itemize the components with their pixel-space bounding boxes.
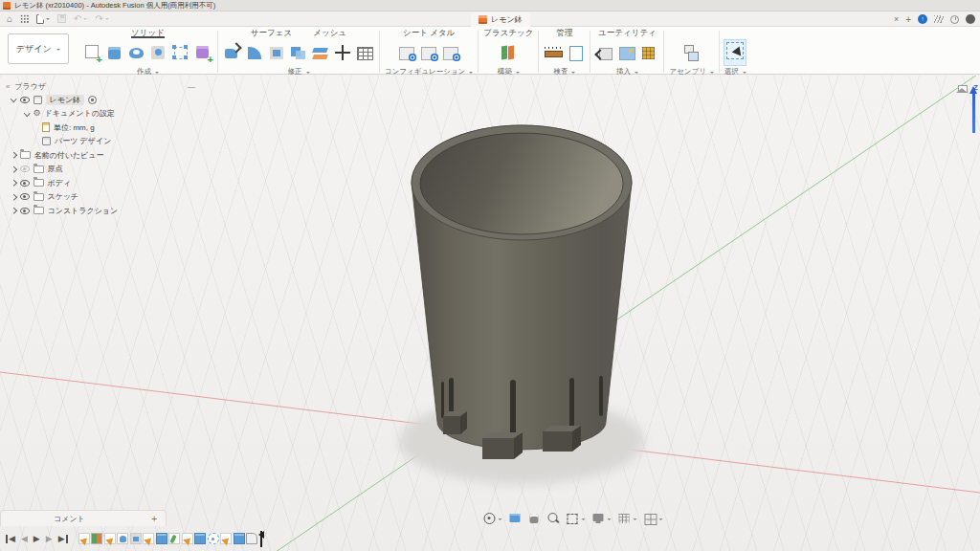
change-parameters-icon[interactable]	[355, 43, 374, 62]
tab-sheet-metal[interactable]: シート メタル	[403, 27, 455, 38]
collapse-panel-icon[interactable]: ‹‹	[6, 82, 9, 91]
timeline-pattern-feature-icon[interactable]	[208, 533, 219, 544]
create-form-icon[interactable]	[193, 43, 212, 62]
timeline-shell-feature-icon[interactable]	[130, 533, 142, 544]
browser-row-origin[interactable]: 原点	[0, 163, 203, 177]
offset-face-icon[interactable]	[311, 43, 330, 62]
combine-icon[interactable]	[289, 43, 308, 62]
insert-derive-icon[interactable]	[595, 43, 614, 62]
tab-surface[interactable]: サーフェス	[251, 27, 292, 38]
look-at-tool[interactable]	[508, 513, 521, 524]
browser-row-bodies[interactable]: ボディ	[0, 176, 203, 190]
activate-component-icon[interactable]	[88, 96, 97, 104]
tab-plastic[interactable]: プラスチック	[483, 27, 533, 38]
row-label[interactable]: 名前の付いたビュー	[34, 150, 104, 161]
play-icon[interactable]: ▶	[33, 535, 40, 543]
row-label[interactable]: ドキュメントの設定	[45, 108, 115, 119]
browser-row-parts-design[interactable]: パーツ デザイン	[0, 135, 203, 149]
viewport-3d[interactable]: Z ‹‹ ブラウザ — レモン鉢 ⚙ ドキュメントの設定	[0, 76, 980, 551]
section-analysis-icon[interactable]	[566, 43, 585, 62]
tab-manage[interactable]: 管理	[556, 27, 572, 38]
browser-row-units[interactable]: 単位: mm, g	[0, 121, 203, 135]
row-label[interactable]: コンストラクション	[48, 206, 119, 216]
file-menu-icon[interactable]	[36, 14, 50, 24]
hole-icon[interactable]	[149, 43, 168, 62]
fillet-icon[interactable]	[245, 43, 264, 62]
chevron-collapsed-icon[interactable]	[11, 166, 16, 172]
step-back-icon[interactable]: ◀	[21, 535, 28, 543]
browser-header[interactable]: ‹‹ ブラウザ —	[0, 79, 203, 93]
go-to-end-icon[interactable]: ▶	[58, 535, 65, 543]
named-configuration-icon[interactable]	[441, 43, 460, 62]
browser-row-root[interactable]: レモン鉢	[0, 93, 203, 107]
revolve-icon[interactable]	[127, 43, 146, 62]
visibility-eye-icon[interactable]	[20, 208, 30, 214]
save-icon[interactable]	[57, 14, 66, 23]
timeline-sketch-feature-icon[interactable]	[220, 533, 232, 544]
insert-canvas-icon[interactable]	[617, 43, 636, 62]
close-tab-icon[interactable]: ×	[894, 14, 899, 24]
timeline-plane-feature-icon[interactable]	[91, 533, 102, 544]
extensions-icon[interactable]	[934, 15, 944, 23]
row-label[interactable]: 単位: mm, g	[54, 122, 95, 133]
go-to-start-icon[interactable]: ◀	[9, 535, 15, 543]
timeline-sketch-feature-icon[interactable]	[104, 533, 116, 544]
timeline-revolve-feature-icon[interactable]	[117, 533, 128, 544]
select-tool-icon[interactable]	[724, 40, 746, 61]
visibility-eye-off-icon[interactable]	[20, 165, 30, 172]
create-sketch-icon[interactable]	[83, 43, 102, 62]
zoom-window-tool[interactable]	[566, 513, 585, 524]
add-comment-icon[interactable]: +	[151, 514, 157, 524]
visibility-eye-icon[interactable]	[20, 97, 30, 103]
orbit-tool[interactable]	[482, 513, 501, 524]
tab-utilities[interactable]: ユーティリティ	[598, 27, 657, 38]
press-pull-icon[interactable]	[223, 43, 242, 62]
timeline-position-marker[interactable]	[260, 531, 262, 547]
new-tab-icon[interactable]: +	[905, 14, 911, 25]
timeline-extrude-feature-icon[interactable]	[234, 533, 245, 544]
browser-row-named-views[interactable]: 名前の付いたビュー	[0, 148, 203, 163]
configuration-table-icon[interactable]	[419, 43, 438, 62]
chevron-expanded-icon[interactable]	[24, 110, 30, 116]
row-label[interactable]: スケッチ	[48, 191, 79, 202]
shell-icon[interactable]	[267, 43, 286, 62]
redo-icon[interactable]: ↷	[95, 14, 108, 24]
step-forward-icon[interactable]: ▶	[46, 535, 53, 543]
tab-mesh[interactable]: メッシュ	[313, 27, 346, 38]
viewports-settings[interactable]	[643, 513, 662, 524]
extrude-icon[interactable]	[105, 43, 124, 62]
data-panel-icon[interactable]: ⌂	[7, 14, 12, 24]
configure-icon[interactable]	[397, 43, 416, 62]
visibility-eye-icon[interactable]	[20, 193, 30, 200]
browser-row-document-settings[interactable]: ⚙ ドキュメントの設定	[0, 107, 203, 121]
row-label[interactable]: パーツ デザイン	[55, 136, 111, 146]
timeline-surface-feature-icon[interactable]	[168, 533, 180, 544]
display-settings[interactable]	[591, 513, 611, 524]
document-tab[interactable]: レモン鉢	[471, 12, 530, 27]
visibility-eye-icon[interactable]	[20, 180, 30, 187]
timeline-sketch-feature-icon[interactable]	[143, 533, 154, 544]
viewcube-home-icon[interactable]	[956, 82, 969, 93]
timeline-extrude-feature-icon[interactable]	[194, 533, 206, 544]
construct-plane-icon[interactable]	[499, 43, 518, 62]
workspace-switcher-button[interactable]: デザイン	[8, 33, 69, 64]
timeline-sketch-feature-icon[interactable]	[182, 533, 193, 544]
notifications-icon[interactable]	[950, 15, 959, 24]
job-status-icon[interactable]: ↑	[918, 14, 927, 24]
pot-model-3d[interactable]	[412, 125, 632, 459]
timeline-extrude-feature-icon[interactable]	[156, 533, 167, 544]
undo-icon[interactable]: ↶	[74, 14, 87, 24]
row-label[interactable]: 原点	[48, 164, 63, 174]
grid-layout-settings[interactable]	[617, 513, 636, 524]
user-avatar[interactable]	[966, 14, 975, 24]
minimize-panel-icon[interactable]: —	[188, 82, 195, 91]
pan-tool[interactable]	[527, 513, 540, 524]
move-copy-icon[interactable]	[333, 43, 352, 62]
assemble-icon[interactable]	[682, 43, 702, 62]
row-label[interactable]: ボディ	[48, 178, 72, 188]
root-component-label[interactable]: レモン鉢	[46, 95, 85, 105]
chevron-expanded-icon[interactable]	[11, 96, 16, 101]
tab-solid[interactable]: ソリッド	[131, 27, 165, 38]
app-grid-icon[interactable]	[20, 14, 29, 23]
browser-row-sketches[interactable]: スケッチ	[0, 190, 203, 205]
